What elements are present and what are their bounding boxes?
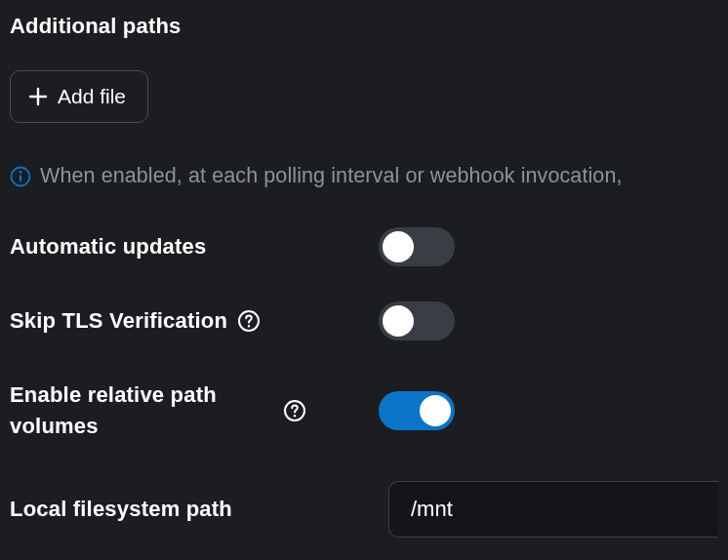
relative-path-row: Enable relative path volumes — [10, 380, 718, 442]
svg-point-1 — [20, 171, 22, 174]
add-file-button[interactable]: Add file — [10, 70, 148, 123]
toggle-knob — [420, 395, 451, 426]
local-filesystem-path-row: Local filesystem path — [10, 481, 718, 538]
toggle-knob — [383, 305, 414, 337]
relative-path-toggle[interactable] — [379, 391, 455, 430]
local-filesystem-path-label: Local filesystem path — [10, 497, 232, 522]
skip-tls-row: Skip TLS Verification — [10, 301, 718, 340]
svg-rect-2 — [20, 175, 21, 181]
skip-tls-toggle[interactable] — [379, 301, 455, 340]
info-banner: When enabled, at each polling interval o… — [10, 164, 718, 188]
automatic-updates-toggle[interactable] — [379, 227, 455, 266]
add-file-label: Add file — [58, 85, 126, 108]
help-icon — [237, 309, 261, 333]
toggle-knob — [383, 231, 414, 262]
svg-point-6 — [294, 415, 297, 418]
automatic-updates-label: Automatic updates — [10, 234, 206, 260]
help-icon — [283, 399, 306, 422]
info-text: When enabled, at each polling interval o… — [40, 164, 623, 188]
relative-path-label: Enable relative path volumes — [10, 380, 273, 442]
info-icon — [10, 166, 31, 187]
automatic-updates-row: Automatic updates — [10, 227, 718, 266]
skip-tls-help-icon[interactable] — [237, 309, 261, 333]
svg-point-4 — [248, 325, 251, 328]
additional-paths-heading: Additional paths — [10, 14, 718, 39]
local-filesystem-path-input[interactable] — [388, 481, 718, 538]
plus-icon — [28, 87, 48, 106]
skip-tls-label: Skip TLS Verification — [10, 308, 227, 334]
relative-path-help-icon[interactable] — [283, 399, 306, 422]
